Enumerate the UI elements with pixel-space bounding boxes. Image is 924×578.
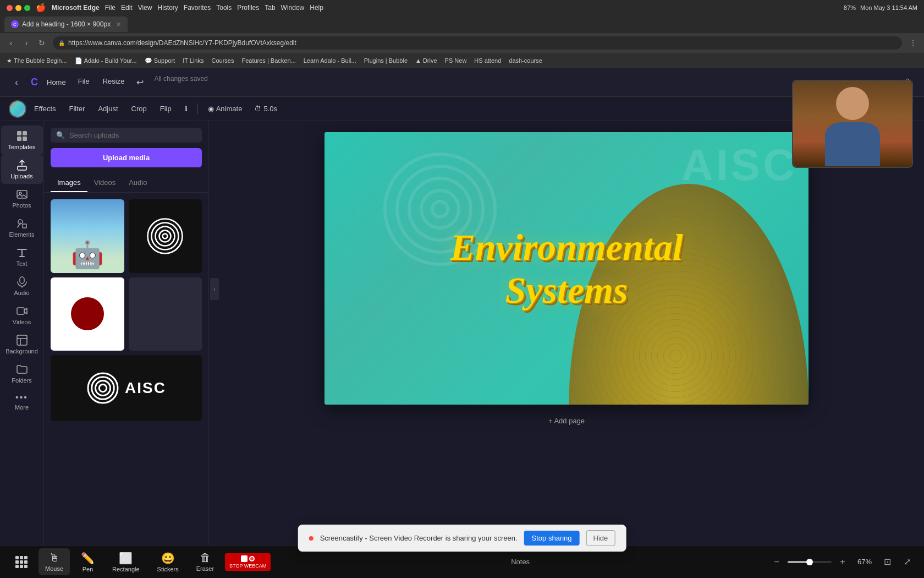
bookmark-courses[interactable]: Courses bbox=[209, 56, 236, 65]
adjust-button[interactable]: Adjust bbox=[92, 101, 123, 117]
grid-tool[interactable] bbox=[9, 553, 34, 571]
stop-sharing-button[interactable]: Stop sharing bbox=[524, 531, 580, 546]
search-input[interactable] bbox=[69, 131, 196, 139]
menu-tools[interactable]: Tools bbox=[216, 4, 232, 12]
effects-button[interactable]: Effects bbox=[29, 101, 62, 117]
add-page-button[interactable]: + Add page bbox=[540, 413, 593, 428]
zoom-slider-thumb[interactable] bbox=[806, 559, 813, 565]
hide-button[interactable]: Hide bbox=[586, 530, 615, 546]
sidebar-item-text[interactable]: Text bbox=[1, 242, 43, 271]
svg-rect-0 bbox=[17, 131, 21, 135]
bookmark-dash[interactable]: dash-course bbox=[507, 56, 544, 65]
canvas-title[interactable]: Environmental Systems bbox=[349, 225, 784, 311]
sidebar-item-templates[interactable]: Templates bbox=[1, 126, 43, 155]
more-label: More bbox=[15, 404, 29, 411]
undo-button[interactable]: ↩ bbox=[132, 75, 147, 90]
sidebar-item-videos[interactable]: Videos bbox=[1, 301, 43, 330]
toolbar-divider bbox=[197, 103, 198, 114]
refresh-button[interactable]: ↻ bbox=[35, 36, 48, 50]
media-item-spiral[interactable] bbox=[129, 199, 202, 273]
bookmark-learn[interactable]: Learn Adalo - Buil... bbox=[301, 56, 359, 65]
menu-profiles[interactable]: Profiles bbox=[237, 4, 259, 12]
folder-icon bbox=[16, 363, 28, 375]
menu-tab[interactable]: Tab bbox=[265, 4, 275, 12]
menu-window[interactable]: Window bbox=[281, 4, 305, 12]
media-grid: AISC bbox=[44, 193, 208, 545]
animate-button[interactable]: ◉ Animate bbox=[202, 101, 248, 117]
back-button[interactable]: ‹ bbox=[4, 36, 18, 50]
aisc-text: AISC bbox=[125, 379, 166, 397]
menu-favorites[interactable]: Favorites bbox=[184, 4, 211, 12]
sidebar-item-uploads[interactable]: Uploads bbox=[1, 155, 43, 184]
zoom-slider-track[interactable] bbox=[788, 561, 832, 563]
canvas-toolbar: Effects Filter Adjust Crop Flip ℹ ◉ Anim… bbox=[0, 97, 924, 121]
header-left: ‹ C Home File Resize ↩ All changes saved bbox=[9, 75, 208, 90]
bookmark-it[interactable]: IT Links bbox=[180, 56, 206, 65]
fit-to-page-button[interactable]: ⊡ bbox=[880, 554, 895, 570]
menu-help[interactable]: Help bbox=[310, 4, 323, 12]
bookmark-hs[interactable]: HS attend bbox=[472, 56, 503, 65]
media-item-aisc[interactable]: AISC bbox=[51, 355, 202, 421]
bookmark-plugins[interactable]: Plugins | Bubble bbox=[362, 56, 410, 65]
filter-button[interactable]: Filter bbox=[64, 101, 91, 117]
fullscreen-button[interactable] bbox=[24, 5, 30, 11]
zoom-out-button[interactable]: − bbox=[770, 555, 783, 569]
collapse-panel-button[interactable]: ‹ bbox=[210, 278, 219, 300]
back-to-home-button[interactable]: ‹ bbox=[9, 75, 24, 90]
traffic-lights[interactable] bbox=[7, 5, 30, 11]
address-bar[interactable]: 🔒 https://www.canva.com/design/DAEdZhNSl… bbox=[53, 36, 902, 50]
minimize-button[interactable] bbox=[15, 5, 21, 11]
bookmark-ps[interactable]: PS New bbox=[443, 56, 469, 65]
file-menu[interactable]: File bbox=[73, 75, 95, 90]
sidebar-item-elements[interactable]: Elements bbox=[1, 213, 43, 242]
bookmark-features[interactable]: Features | Backen... bbox=[239, 56, 298, 65]
bookmark-bubble[interactable]: ★ The Bubble Begin... bbox=[4, 56, 69, 66]
active-tab[interactable]: C Add a heading - 1600 × 900px ✕ bbox=[4, 17, 128, 32]
stickers-tool[interactable]: 😀 Stickers bbox=[151, 548, 185, 576]
tab-images[interactable]: Images bbox=[51, 174, 87, 192]
close-button[interactable] bbox=[7, 5, 13, 11]
resize-menu[interactable]: Resize bbox=[97, 75, 130, 90]
sidebar-item-audio[interactable]: Audio bbox=[1, 271, 43, 301]
extensions-button[interactable]: ⋮ bbox=[906, 36, 920, 50]
menu-view[interactable]: View bbox=[138, 4, 152, 12]
home-link[interactable]: Home bbox=[47, 78, 66, 86]
canvas-frame[interactable]: AISC Environmental Systems bbox=[324, 132, 809, 405]
canvas-area[interactable]: ⧉ + ↻ bbox=[209, 121, 924, 545]
forward-button[interactable]: › bbox=[20, 36, 33, 50]
media-item-red-circle[interactable] bbox=[51, 277, 124, 351]
info-button[interactable]: ℹ bbox=[179, 101, 193, 117]
bookmark-label: HS attend bbox=[474, 57, 501, 64]
media-item-transformer[interactable] bbox=[51, 199, 124, 273]
menu-file[interactable]: File bbox=[105, 4, 116, 12]
upload-media-button[interactable]: Upload media bbox=[51, 148, 202, 167]
flip-button[interactable]: Flip bbox=[155, 101, 177, 117]
menu-history[interactable]: History bbox=[158, 4, 178, 12]
bookmark-drive[interactable]: ▲ Drive bbox=[413, 56, 439, 65]
rectangle-tool[interactable]: ⬜ Rectangle bbox=[106, 548, 146, 576]
tab-videos[interactable]: Videos bbox=[87, 174, 123, 192]
sidebar-item-more[interactable]: ••• More bbox=[1, 388, 43, 415]
photos-label: Photos bbox=[12, 202, 31, 209]
sidebar-item-folders[interactable]: Folders bbox=[1, 359, 43, 388]
panel-search: 🔍 Upload media bbox=[44, 121, 208, 174]
stop-webcam-tool[interactable]: STOP WEBCAM bbox=[225, 553, 271, 571]
notes-button[interactable]: Notes bbox=[504, 555, 536, 568]
bookmark-adalo[interactable]: 📄 Adalo - Build Your... bbox=[73, 56, 139, 66]
fullscreen-expand-button[interactable]: ⤢ bbox=[900, 554, 915, 570]
bookmark-label: dash-course bbox=[509, 57, 542, 64]
color-picker-button[interactable] bbox=[9, 100, 26, 118]
tab-audio[interactable]: Audio bbox=[122, 174, 153, 192]
menu-edit[interactable]: Edit bbox=[121, 4, 133, 12]
bookmark-support[interactable]: 💬 Support bbox=[142, 56, 178, 66]
sidebar-item-background[interactable]: Background bbox=[1, 330, 43, 359]
eraser-label: Eraser bbox=[196, 565, 214, 572]
bookmark-label: Drive bbox=[423, 57, 437, 64]
eraser-tool[interactable]: 🗑 Eraser bbox=[190, 548, 221, 575]
tab-close-icon[interactable]: ✕ bbox=[116, 21, 121, 28]
mouse-tool[interactable]: 🖱 Mouse bbox=[38, 548, 70, 575]
crop-button[interactable]: Crop bbox=[126, 101, 152, 117]
zoom-in-button[interactable]: + bbox=[836, 555, 849, 569]
sidebar-item-photos[interactable]: Photos bbox=[1, 184, 43, 213]
pen-tool[interactable]: ✏️ Pen bbox=[74, 548, 101, 576]
